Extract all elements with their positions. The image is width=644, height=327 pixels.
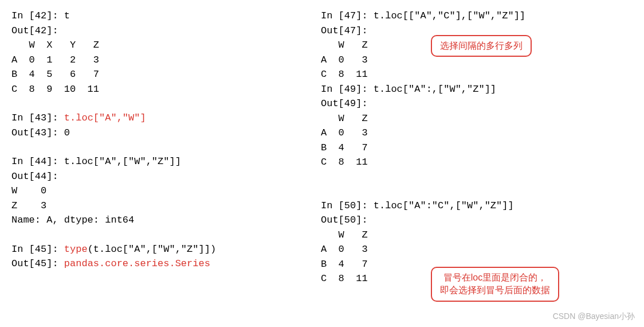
code-text: B 4 7 [321, 142, 368, 153]
code-line: C 8 9 10 11 [11, 82, 321, 97]
right-column: In [47]: t.loc[["A","C"],["W","Z"]]Out[4… [321, 9, 630, 321]
code-text: In [45]: [11, 244, 64, 255]
code-highlight: t.loc["A","W"] [64, 112, 146, 123]
code-text: A 0 3 [321, 127, 368, 138]
code-line: Out[43]: 0 [11, 126, 321, 141]
code-screenshot: In [42]: tOut[42]: W X Y ZA 0 1 2 3B 4 5… [0, 0, 644, 327]
code-line: C 8 11 [321, 67, 630, 82]
code-text: W 0 [11, 185, 46, 196]
code-line: A 0 1 2 3 [11, 53, 321, 68]
code-text: Out[44]: [11, 171, 58, 182]
code-text: Z 3 [11, 200, 46, 211]
code-text: In [50]: t.loc["A":"C",["W","Z"]] [321, 200, 514, 211]
code-line: W Z [321, 111, 630, 126]
code-line: Out[50]: [321, 213, 630, 228]
code-text: Out[50]: [321, 215, 368, 225]
code-text: C 8 11 [321, 157, 368, 168]
code-line: In [49]: t.loc["A":,["W","Z"]] [321, 82, 630, 97]
code-line: B 4 5 6 7 [11, 67, 321, 82]
blank-line [11, 228, 321, 242]
blank-line [321, 170, 630, 184]
blank-line [11, 140, 321, 154]
code-line: In [45]: type(t.loc["A",["W","Z"]]) [11, 242, 321, 257]
code-line: In [43]: t.loc["A","W"] [11, 111, 321, 126]
code-line: Out[42]: [11, 24, 321, 38]
code-text: C 8 9 10 11 [11, 84, 99, 95]
code-text: In [49]: t.loc["A":,["W","Z"]] [321, 84, 496, 95]
code-text: A 0 3 [321, 54, 368, 65]
code-text: B 4 7 [321, 259, 368, 270]
blank-line [321, 184, 630, 198]
code-text: C 8 11 [321, 273, 368, 284]
code-line: B 4 7 [321, 141, 630, 155]
code-line: In [42]: t [11, 9, 321, 24]
code-text: Out[42]: [11, 25, 58, 36]
code-line: A 0 3 [321, 242, 630, 257]
code-text: In [44]: t.loc["A",["W","Z"]] [11, 156, 181, 167]
code-line: Out[49]: [321, 96, 630, 111]
code-text: A 0 1 2 3 [11, 54, 99, 65]
code-text: Name: A, dtype: int64 [11, 215, 134, 225]
code-text: Out[47]: [321, 25, 368, 36]
code-line: W Z [321, 228, 630, 243]
code-line: Z 3 [11, 198, 321, 213]
code-line: In [44]: t.loc["A",["W","Z"]] [11, 154, 321, 169]
blank-line [11, 96, 321, 111]
left-column: In [42]: tOut[42]: W X Y ZA 0 1 2 3B 4 5… [11, 9, 321, 321]
code-line: W 0 [11, 184, 321, 198]
code-text: Out[45]: [11, 258, 64, 269]
code-text: In [47]: t.loc[["A","C"],["W","Z"]] [321, 10, 525, 21]
code-text: A 0 3 [321, 244, 368, 255]
code-line: C 8 11 [321, 155, 630, 170]
code-line: Out[44]: [11, 169, 321, 184]
code-line: A 0 3 [321, 126, 630, 141]
code-text: W Z [321, 229, 368, 240]
code-line: In [47]: t.loc[["A","C"],["W","Z"]] [321, 9, 630, 24]
callout-select-multiple: 选择间隔的多行多列 [431, 35, 532, 57]
code-line: In [50]: t.loc["A":"C",["W","Z"]] [321, 198, 630, 213]
code-line: W X Y Z [11, 38, 321, 53]
code-text: W Z [321, 113, 368, 124]
code-text: W X Y Z [11, 40, 99, 50]
code-text: C 8 11 [321, 69, 368, 80]
code-text: B 4 5 6 7 [11, 69, 99, 80]
code-text: Out[49]: [321, 98, 368, 109]
code-highlight: type [64, 244, 88, 255]
code-text: W Z [321, 40, 368, 50]
code-line: Name: A, dtype: int64 [11, 213, 321, 228]
callout-colon-closed: 冒号在loc里面是闭合的， 即会选择到冒号后面的数据 [431, 267, 559, 302]
watermark: CSDN @Bayesian小孙 [553, 310, 635, 322]
code-text: Out[43]: 0 [11, 127, 70, 138]
code-text: In [42]: t [11, 10, 70, 21]
code-highlight: pandas.core.series.Series [64, 258, 210, 269]
code-line: Out[45]: pandas.core.series.Series [11, 256, 321, 271]
code-text: (t.loc["A",["W","Z"]]) [88, 244, 216, 255]
code-text: In [43]: [11, 112, 64, 123]
